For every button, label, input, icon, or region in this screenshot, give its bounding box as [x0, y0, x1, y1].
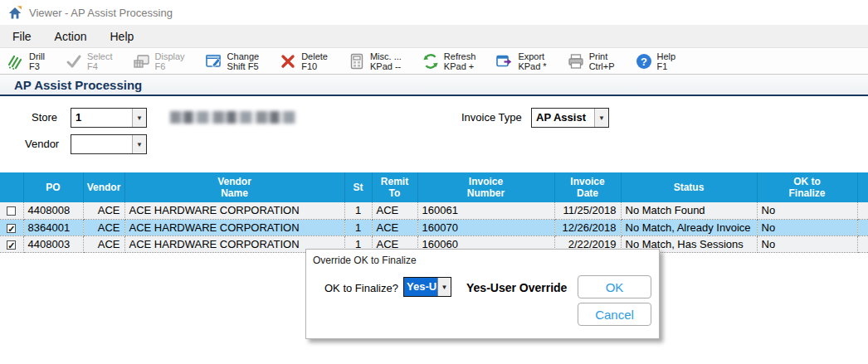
cancel-button[interactable]: Cancel [578, 303, 651, 326]
col-header-status[interactable]: Status [621, 172, 757, 202]
selected-option-text: Yes-User Override [466, 281, 567, 294]
help-icon: ? [635, 52, 653, 70]
cell-po: 8364001 [23, 219, 83, 235]
col-header-spacer [857, 172, 868, 202]
svg-text:?: ? [641, 55, 647, 67]
toolbar-help-button[interactable]: ? HelpF1 [635, 49, 676, 74]
page-title: AP Assist Processing [14, 78, 142, 92]
export-icon [495, 52, 514, 70]
col-header-invoice-date[interactable]: Invoice Date [554, 172, 621, 202]
cell-spacer [857, 219, 868, 235]
ok-to-finalize-select-value: Yes-Us [404, 278, 437, 296]
vendor-select[interactable]: ▼ [71, 134, 147, 154]
menu-file[interactable]: File [0, 26, 43, 47]
display-grid-icon [133, 52, 151, 70]
cell-invoice-date: 11/25/2018 [554, 202, 621, 219]
toolbar-print-label: PrintCtrl+P [589, 51, 615, 71]
title-bar: Viewer - AP Assist Processing [0, 0, 868, 25]
table-row[interactable]: 4408008 ACE ACE HARDWARE CORPORATION 1 A… [0, 202, 868, 219]
toolbar-drill-button[interactable]: DrillF3 [7, 49, 45, 74]
vendor-select-value [71, 135, 132, 153]
cell-invoice-date: 12/26/2018 [554, 219, 621, 235]
invoice-table: PO Vendor Vendor Name St Remit To Invoic… [0, 172, 868, 253]
window-title: Viewer - AP Assist Processing [29, 7, 173, 19]
toolbar-delete-label: DeleteF10 [301, 51, 328, 71]
cell-po: 4408008 [23, 202, 83, 219]
cell-vendor: ACE [83, 202, 124, 219]
section-header: AP Assist Processing [0, 75, 868, 96]
select-check-icon [65, 52, 83, 70]
col-header-invoice-number[interactable]: Invoice Number [417, 172, 554, 202]
cell-remit-to: ACE [372, 202, 417, 219]
override-ok-to-finalize-dialog: Override OK to Finalize OK to Finalize? … [305, 249, 660, 339]
col-header-vendor[interactable]: Vendor [83, 172, 124, 202]
change-edit-icon [205, 52, 223, 70]
menu-bar: File Action Help [0, 25, 868, 48]
cell-vendor-name: ACE HARDWARE CORPORATION [124, 219, 344, 235]
toolbar-export-label: ExportKPad * [518, 51, 546, 71]
toolbar-delete-button[interactable]: DeleteF10 [279, 49, 328, 74]
toolbar-change-label: ChangeShift F5 [227, 51, 260, 71]
toolbar-refresh-button[interactable]: RefreshKPad + [422, 49, 476, 74]
toolbar-print-button[interactable]: PrintCtrl+P [567, 49, 615, 74]
dialog-title: Override OK to Finalize [313, 255, 417, 266]
col-header-vendor-name[interactable]: Vendor Name [124, 172, 344, 202]
ok-button[interactable]: OK [578, 275, 651, 298]
store-name-redacted [170, 111, 296, 124]
cell-remit-to: ACE [372, 219, 417, 235]
toolbar-export-button[interactable]: ExportKPad * [495, 49, 546, 74]
col-header-ok-to-finalize[interactable]: OK to Finalize [757, 172, 857, 202]
app-window: Viewer - AP Assist Processing File Actio… [0, 0, 868, 364]
chevron-down-icon: ▼ [132, 109, 146, 127]
misc-keypad-icon [348, 52, 366, 70]
cell-invoice-number: 160061 [417, 202, 554, 219]
cell-invoice-number: 160070 [417, 219, 554, 235]
invoice-type-select[interactable]: AP Assist ▼ [531, 108, 609, 128]
menu-action[interactable]: Action [43, 26, 99, 47]
chevron-down-icon: ▼ [437, 278, 451, 296]
filter-area: Store 1 ▼ Invoice Type AP Assist ▼ Vendo… [0, 96, 868, 172]
toolbar-misc-button[interactable]: Misc. ...KPad -- [348, 49, 402, 74]
toolbar: DrillF3 SelectF4 DisplayF6 ChangeShift F… [0, 48, 868, 75]
toolbar-display-label: DisplayF6 [155, 51, 185, 71]
cell-ok-to-finalize: No [757, 235, 857, 252]
toolbar-misc-label: Misc. ...KPad -- [370, 51, 402, 71]
toolbar-select-button[interactable]: SelectF4 [65, 49, 113, 74]
cell-ok-to-finalize: No [757, 202, 857, 219]
store-label: Store [32, 108, 57, 128]
home-icon [7, 5, 22, 20]
col-header-st[interactable]: St [344, 172, 372, 202]
row-checkbox[interactable] [7, 224, 16, 233]
toolbar-refresh-label: RefreshKPad + [444, 51, 476, 71]
cell-st: 1 [344, 219, 372, 235]
toolbar-display-button[interactable]: DisplayF6 [133, 49, 185, 74]
table-header-row: PO Vendor Vendor Name St Remit To Invoic… [0, 172, 868, 202]
cell-status: No Match, Already Invoice [621, 219, 757, 235]
chevron-down-icon: ▼ [132, 135, 146, 153]
store-select[interactable]: 1 ▼ [71, 108, 147, 128]
cell-vendor-name: ACE HARDWARE CORPORATION [124, 202, 344, 219]
menu-help[interactable]: Help [98, 26, 145, 47]
toolbar-drill-label: DrillF3 [29, 51, 45, 71]
col-header-po[interactable]: PO [23, 172, 83, 202]
cell-spacer [857, 235, 868, 252]
cell-spacer [857, 202, 868, 219]
ok-to-finalize-select[interactable]: Yes-Us ▼ [403, 277, 451, 297]
toolbar-select-label: SelectF4 [87, 51, 113, 71]
chevron-down-icon: ▼ [594, 109, 608, 127]
row-checkbox[interactable] [7, 240, 16, 250]
col-header-remit-to[interactable]: Remit To [372, 172, 417, 202]
table-row[interactable]: 8364001 ACE ACE HARDWARE CORPORATION 1 A… [0, 219, 868, 235]
cell-po: 4408003 [23, 235, 83, 252]
invoice-type-select-value: AP Assist [532, 109, 594, 127]
store-select-value: 1 [71, 109, 132, 127]
toolbar-change-button[interactable]: ChangeShift F5 [205, 49, 260, 74]
cell-vendor: ACE [83, 219, 124, 235]
refresh-icon [422, 52, 440, 70]
cell-ok-to-finalize: No [757, 219, 857, 235]
vendor-label: Vendor [25, 134, 59, 154]
cell-status: No Match Found [621, 202, 757, 219]
print-icon [567, 52, 585, 70]
row-checkbox[interactable] [7, 206, 16, 216]
delete-x-icon [279, 52, 297, 70]
